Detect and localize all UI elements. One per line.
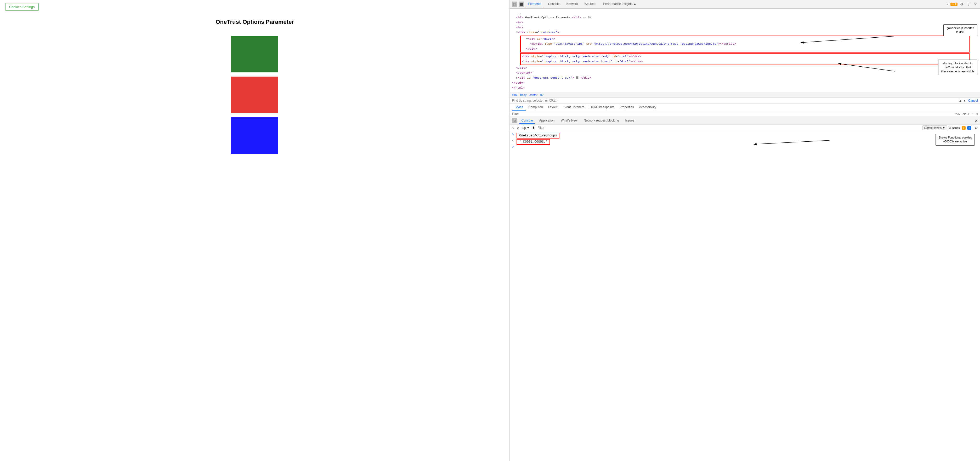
issues-badge-1: 1 (962, 126, 966, 130)
callout-functional-cookies: Shows Functional cookies (C0003) are act… (935, 134, 975, 146)
find-bar: ▲ ▼ Cancel (510, 98, 980, 104)
tab-accessibility[interactable]: Accessibility (636, 104, 659, 111)
left-panel: Cookies Settings OneTrust Options Parame… (0, 0, 509, 461)
cls-button[interactable]: .cls (962, 112, 966, 116)
tab-sources[interactable]: Sources (582, 1, 599, 7)
console-command-highlight[interactable]: OnetrustActiveGroups (517, 133, 560, 138)
html-line-div3[interactable]: <div style="display: block;background-co… (522, 59, 968, 64)
console-filter-input[interactable] (538, 126, 920, 130)
html-line-script[interactable]: <script type="text/javascript" src="http… (522, 41, 968, 46)
more-tabs-icon[interactable]: » (947, 2, 948, 6)
console-line-expand[interactable]: > (512, 145, 978, 149)
console-result-highlight: ',C0001,C0003,' (517, 139, 550, 145)
new-style-icon[interactable]: 🗋 (971, 112, 974, 116)
page-title: OneTrust Options Parameter (5, 19, 504, 25)
breadcrumb-h2[interactable]: h2 (540, 93, 544, 97)
html-line-container[interactable]: ▼<div class="container"> (512, 30, 978, 35)
console-close-icon[interactable]: ✕ (975, 119, 978, 124)
breadcrumbs: html body center h2 (510, 92, 980, 98)
tab-elements[interactable]: Elements (525, 1, 544, 7)
console-line-result: < ',C0001,C0003,' (512, 139, 978, 145)
dropdown-arrow: ▼ (527, 126, 530, 130)
top-dropdown[interactable]: top ▼ (522, 126, 530, 130)
html-line-br1: <br> (512, 20, 978, 25)
eye-icon[interactable]: 👁 (532, 126, 535, 130)
more-styles-icon[interactable]: ⊞ (975, 112, 978, 116)
callout-display-block: display: block added to div2 and div3 so… (938, 60, 977, 75)
console-expand-arrow[interactable]: > (512, 145, 515, 149)
green-block (231, 36, 278, 72)
console-stop-icon[interactable]: ⊘ (517, 126, 519, 130)
cookies-settings-button[interactable]: Cookies Settings (5, 3, 39, 11)
devtools-toolbar: ⬚ ⬛ Elements Console Network Sources Per… (510, 0, 980, 9)
close-icon[interactable]: ✕ (973, 2, 978, 6)
issues-count: 3 Issues: 1 2 (949, 126, 971, 130)
devtools-panel: ⬚ ⬛ Elements Console Network Sources Per… (509, 0, 980, 461)
default-levels-button[interactable]: Default levels ▼ (923, 125, 947, 130)
html-line: ... (512, 10, 978, 15)
html-line-div1[interactable]: ▼<div id="div1"> (522, 36, 968, 41)
html-line-center-close: </center> (512, 71, 978, 76)
breadcrumb-html[interactable]: html (512, 93, 517, 97)
console-line-command: > OnetrustActiveGroups (512, 133, 978, 138)
console-output: > OnetrustActiveGroups < ',C0001,C0003,'… (510, 131, 980, 461)
settings-icon[interactable]: ⚙ (959, 2, 964, 6)
issues-label: 3 Issues: (949, 126, 961, 129)
red-block (231, 76, 278, 113)
find-next-icon[interactable]: ▼ (963, 99, 966, 103)
html-line-div1-close: </div> (522, 46, 968, 51)
bottom-console-panel: ⊘ Console Application What's New Network… (510, 117, 980, 461)
warning-badge: ⚠ 1 (950, 3, 958, 6)
html-line-onetrust[interactable]: ▶<div id="onetrust-consent-sdk"> ☰ </div… (512, 76, 978, 81)
console-clear-icon[interactable]: ⊘ (512, 118, 517, 124)
tab-application[interactable]: Application (537, 118, 557, 124)
tab-dom-breakpoints[interactable]: DOM Breakpoints (587, 104, 617, 111)
tab-network-request-blocking[interactable]: Network request blocking (582, 118, 621, 124)
callout-gacookies: gaCookies.js inserted in div1 (943, 24, 977, 36)
breadcrumb-body[interactable]: body (520, 93, 527, 97)
more-options-icon[interactable]: ⋮ (966, 2, 971, 6)
console-settings-icon[interactable]: ⚙ (975, 126, 978, 130)
tab-event-listeners[interactable]: Event Listeners (560, 104, 587, 111)
console-result-arrow: < (512, 139, 515, 143)
add-rule-icon[interactable]: + (968, 112, 970, 116)
find-cancel[interactable]: Cancel (968, 99, 978, 103)
toolbar-right: » ⚠ 1 ⚙ ⋮ ✕ (947, 2, 978, 6)
html-line-html-close: </html> (512, 86, 978, 90)
html-line-div2[interactable]: <div style="display: block;background-co… (522, 54, 968, 59)
filter-label[interactable]: Filter (512, 112, 519, 116)
hov-button[interactable]: :hov (955, 112, 960, 116)
tab-layout[interactable]: Layout (546, 104, 560, 111)
tab-whats-new[interactable]: What's New (558, 118, 579, 124)
cursor-icon[interactable]: ⬚ (512, 2, 517, 7)
blue-block (231, 117, 278, 154)
tab-issues[interactable]: Issues (623, 118, 636, 124)
tab-performance[interactable]: Performance insights ▲ (600, 1, 639, 7)
tab-computed[interactable]: Computed (526, 104, 545, 111)
breadcrumb-center[interactable]: center (529, 93, 538, 97)
tab-console[interactable]: Console (545, 1, 562, 7)
html-line-br2: <br> (512, 25, 978, 30)
issues-badge-2: 2 (967, 126, 971, 130)
filter-right-controls: :hov .cls + 🗋 ⊞ (955, 112, 978, 116)
styles-tabs: Styles Computed Layout Event Listeners D… (510, 104, 980, 111)
inspect-icon[interactable]: ⬛ (519, 2, 524, 7)
html-line-h2[interactable]: <h2> OneTrust Options Parameter</h2> == … (512, 15, 978, 20)
div1-highlight: ▼<div id="div1"> <script type="text/java… (520, 36, 970, 52)
tab-console-main[interactable]: Console (519, 118, 535, 124)
find-input[interactable] (512, 99, 956, 103)
tab-styles[interactable]: Styles (512, 104, 526, 111)
find-arrows: ▲ ▼ (959, 99, 966, 103)
tab-network[interactable]: Network (564, 1, 581, 7)
tab-properties[interactable]: Properties (617, 104, 636, 111)
console-result-text: ',C0001,C0003,' (519, 140, 547, 144)
console-command-text: OnetrustActiveGroups (519, 134, 557, 138)
filter-bar: Filter :hov .cls + 🗋 ⊞ (510, 111, 980, 117)
html-line-body-close: </body> (512, 81, 978, 86)
html-line-container-close: </div> (512, 66, 978, 71)
callout3-arrow (510, 131, 980, 461)
div2-div3-highlight: <div style="display: block;background-co… (520, 53, 970, 65)
console-execute-icon[interactable]: ▷ (512, 126, 514, 130)
find-prev-icon[interactable]: ▲ (959, 99, 962, 103)
elements-area: ... <h2> OneTrust Options Parameter</h2>… (510, 9, 980, 92)
